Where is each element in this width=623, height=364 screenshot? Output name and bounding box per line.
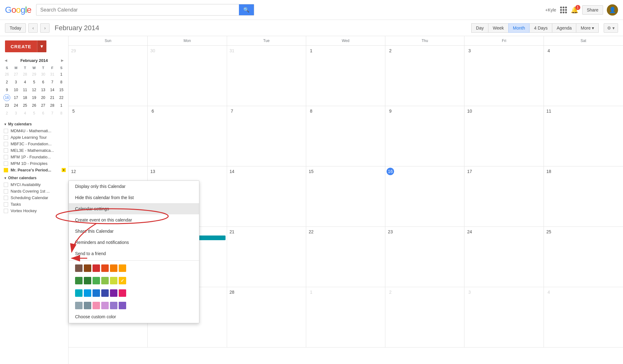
- mini-cal-day-1-0[interactable]: 2: [3, 79, 10, 86]
- cal-day-num-2-6[interactable]: 18: [545, 168, 553, 175]
- cal-cell-0-1[interactable]: 30: [148, 46, 227, 106]
- cal-day-num-4-4[interactable]: 2: [387, 288, 394, 296]
- cal-day-num-1-4[interactable]: 9: [387, 107, 394, 115]
- color-swatch-0-5[interactable]: [119, 264, 126, 272]
- mini-cal-day-1-6[interactable]: 8: [58, 79, 65, 86]
- calendar-checkbox-6[interactable]: [4, 168, 8, 172]
- cal-cell-1-2[interactable]: 7: [227, 106, 306, 166]
- cal-day-num-1-1[interactable]: 6: [149, 107, 156, 115]
- menu-custom-color[interactable]: Choose custom color: [69, 312, 199, 323]
- calendar-checkbox-5[interactable]: [4, 161, 8, 166]
- mini-cal-day-2-2[interactable]: 11: [21, 86, 28, 93]
- mini-cal-day-1-5[interactable]: 7: [49, 79, 56, 86]
- other-calendar-checkbox-1[interactable]: [4, 189, 8, 194]
- cal-cell-0-2[interactable]: 31: [227, 46, 306, 106]
- color-swatch-2-3[interactable]: [101, 289, 109, 297]
- create-button[interactable]: CREATE ▾: [5, 40, 46, 52]
- other-calendar-checkbox-3[interactable]: [4, 202, 8, 207]
- cal-day-num-2-2[interactable]: 14: [228, 168, 236, 175]
- mini-cal-day-2-5[interactable]: 14: [49, 86, 56, 93]
- other-calendar-checkbox-0[interactable]: [4, 183, 8, 187]
- menu-reminders[interactable]: Reminders and notifications: [69, 237, 199, 248]
- cal-day-num-2-5[interactable]: 17: [466, 168, 473, 175]
- menu-display-only[interactable]: Display only this Calendar: [69, 181, 199, 192]
- user-name-link[interactable]: +Kyle: [545, 7, 556, 12]
- mini-cal-day-0-1[interactable]: 27: [12, 71, 19, 78]
- cal-cell-0-4[interactable]: 2: [385, 46, 464, 106]
- other-calendar-item-4[interactable]: Vortex Hockey: [0, 208, 68, 214]
- view-week-button[interactable]: Week: [488, 23, 509, 33]
- mini-cal-day-5-1[interactable]: 3: [12, 110, 19, 117]
- mini-cal-day-5-2[interactable]: 4: [21, 110, 28, 117]
- mini-cal-day-3-6[interactable]: 22: [58, 94, 65, 101]
- color-swatch-1-0[interactable]: [75, 277, 83, 284]
- my-calendars-section[interactable]: ▼ My calendars: [0, 119, 68, 128]
- mini-cal-day-3-4[interactable]: 20: [40, 94, 47, 101]
- calendar-checkbox-0[interactable]: [4, 129, 8, 133]
- my-calendar-item-0[interactable]: MDM4U - Mathemati...: [0, 128, 68, 134]
- calendar-checkbox-3[interactable]: [4, 148, 8, 153]
- mini-cal-day-1-2[interactable]: 4: [21, 79, 28, 86]
- mini-cal-day-3-1[interactable]: 17: [12, 94, 19, 101]
- mini-cal-day-4-4[interactable]: 27: [40, 102, 47, 109]
- color-swatch-0-4[interactable]: [110, 264, 117, 272]
- cal-cell-3-3[interactable]: 22: [306, 227, 385, 287]
- other-calendar-item-3[interactable]: Tasks: [0, 201, 68, 208]
- more-button[interactable]: More ▾: [576, 23, 599, 33]
- mini-cal-day-2-3[interactable]: 12: [31, 86, 37, 93]
- cal-day-num-3-4[interactable]: 23: [387, 228, 394, 236]
- my-calendar-item-3[interactable]: MEL3E - Mathematica...: [0, 147, 68, 154]
- cal-cell-1-4[interactable]: 9: [385, 106, 464, 166]
- other-calendar-item-0[interactable]: MYCI Availability: [0, 181, 68, 188]
- menu-create-event[interactable]: Create event on this calendar: [69, 214, 199, 226]
- mini-cal-day-3-2[interactable]: 18: [21, 94, 28, 101]
- calendar-dropdown-6[interactable]: ▾: [62, 168, 66, 172]
- my-calendar-item-5[interactable]: MPM 1D - Principles: [0, 160, 68, 167]
- mini-cal-day-5-4[interactable]: 6: [40, 110, 47, 117]
- color-swatch-0-1[interactable]: [84, 264, 91, 272]
- cal-day-num-2-4[interactable]: 16: [387, 168, 394, 175]
- menu-calendar-settings[interactable]: Calendar settings: [69, 203, 199, 214]
- cal-day-num-3-2[interactable]: 21: [228, 228, 236, 236]
- mini-cal-day-5-6[interactable]: 8: [58, 110, 65, 117]
- color-swatch-1-5[interactable]: [119, 277, 126, 284]
- mini-cal-day-3-0[interactable]: 16: [3, 94, 10, 101]
- mini-cal-day-2-6[interactable]: 15: [58, 86, 65, 93]
- cal-cell-4-3[interactable]: 1: [306, 287, 385, 348]
- other-calendar-item-1[interactable]: Nards Covering 1st ...: [0, 188, 68, 194]
- my-calendar-item-1[interactable]: Apple Learning Tour: [0, 134, 68, 141]
- mini-cal-day-0-4[interactable]: 30: [40, 71, 47, 78]
- cal-day-num-1-3[interactable]: 8: [307, 107, 315, 115]
- notifications-button[interactable]: 🔔 1: [571, 6, 578, 14]
- calendar-checkbox-2[interactable]: [4, 142, 8, 146]
- next-button[interactable]: ›: [40, 23, 50, 33]
- cal-day-num-2-3[interactable]: 15: [307, 168, 315, 175]
- mini-cal-day-2-4[interactable]: 13: [40, 86, 47, 93]
- menu-share-calendar[interactable]: Share this Calendar: [69, 226, 199, 237]
- cal-day-num-1-0[interactable]: 5: [70, 107, 77, 115]
- mini-cal-day-4-6[interactable]: 1: [58, 102, 65, 109]
- today-button[interactable]: Today: [5, 23, 26, 33]
- search-button[interactable]: 🔍: [239, 4, 254, 15]
- avatar[interactable]: 👤: [607, 4, 618, 16]
- cal-cell-1-6[interactable]: 11: [544, 106, 623, 166]
- cal-day-num-4-2[interactable]: 28: [228, 288, 236, 296]
- cal-cell-2-2[interactable]: 14: [227, 166, 306, 227]
- cal-day-num-0-6[interactable]: 4: [545, 47, 553, 54]
- mini-cal-prev[interactable]: ◄: [2, 57, 9, 63]
- mini-cal-day-2-1[interactable]: 10: [12, 86, 19, 93]
- cal-day-num-0-4[interactable]: 2: [387, 47, 394, 54]
- color-swatch-1-2[interactable]: [93, 277, 100, 284]
- color-swatch-2-5[interactable]: [119, 289, 126, 297]
- cal-cell-0-6[interactable]: 4: [544, 46, 623, 106]
- view-month-button[interactable]: Month: [508, 23, 530, 33]
- mini-cal-day-0-3[interactable]: 29: [31, 71, 37, 78]
- calendar-checkbox-4[interactable]: [4, 155, 8, 159]
- mini-cal-day-4-5[interactable]: 28: [49, 102, 56, 109]
- color-swatch-3-0[interactable]: [75, 302, 83, 309]
- mini-cal-day-4-3[interactable]: 26: [31, 102, 37, 109]
- cal-day-num-0-2[interactable]: 31: [228, 47, 236, 54]
- other-calendars-section[interactable]: ▼ Other calendars: [0, 173, 68, 181]
- cal-day-num-2-1[interactable]: 13: [149, 168, 156, 175]
- cal-cell-2-6[interactable]: 18: [544, 166, 623, 227]
